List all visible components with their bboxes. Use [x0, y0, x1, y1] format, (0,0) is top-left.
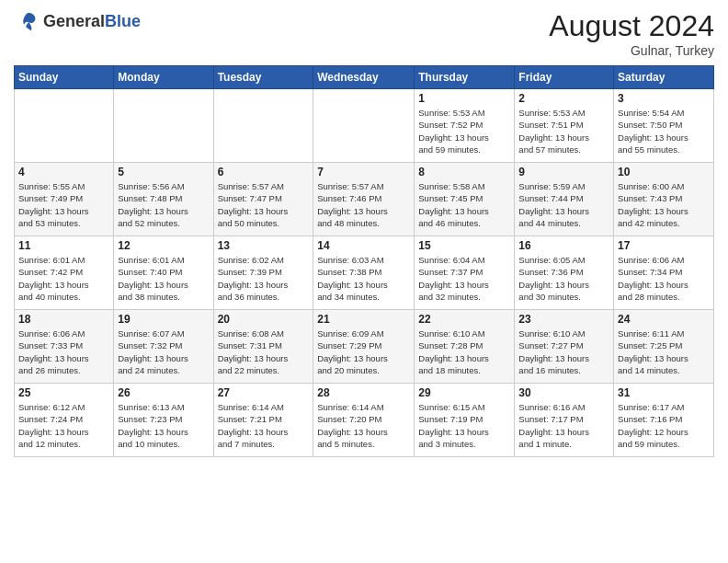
calendar-cell: 4Sunrise: 5:55 AMSunset: 7:49 PMDaylight…: [15, 163, 114, 236]
day-info: Sunrise: 6:04 AMSunset: 7:37 PMDaylight:…: [418, 254, 510, 303]
day-info: Sunrise: 6:10 AMSunset: 7:28 PMDaylight:…: [418, 327, 510, 376]
calendar-cell: 18Sunrise: 6:06 AMSunset: 7:33 PMDayligh…: [15, 310, 114, 384]
calendar-cell: 8Sunrise: 5:58 AMSunset: 7:45 PMDaylight…: [415, 163, 515, 236]
calendar-cell: 29Sunrise: 6:15 AMSunset: 7:19 PMDayligh…: [415, 384, 515, 457]
calendar-cell: [213, 89, 313, 163]
day-info: Sunrise: 6:10 AMSunset: 7:27 PMDaylight:…: [518, 327, 609, 376]
day-info: Sunrise: 5:58 AMSunset: 7:45 PMDaylight:…: [418, 180, 510, 229]
day-info: Sunrise: 6:01 AMSunset: 7:42 PMDaylight:…: [18, 254, 109, 303]
day-info: Sunrise: 5:53 AMSunset: 7:52 PMDaylight:…: [418, 107, 510, 155]
day-number: 31: [618, 386, 710, 399]
weekday-header-saturday: Saturday: [614, 66, 714, 89]
day-info: Sunrise: 6:06 AMSunset: 7:33 PMDaylight:…: [18, 327, 109, 376]
calendar-week-3: 11Sunrise: 6:01 AMSunset: 7:42 PMDayligh…: [15, 236, 714, 310]
day-info: Sunrise: 5:57 AMSunset: 7:46 PMDaylight:…: [317, 180, 410, 229]
weekday-header-friday: Friday: [515, 66, 614, 89]
logo: GeneralBlue: [14, 9, 141, 35]
calendar-cell: 22Sunrise: 6:10 AMSunset: 7:28 PMDayligh…: [415, 310, 515, 384]
calendar-cell: 15Sunrise: 6:04 AMSunset: 7:37 PMDayligh…: [415, 236, 515, 310]
calendar-cell: 10Sunrise: 6:00 AMSunset: 7:43 PMDayligh…: [614, 163, 714, 236]
day-number: 3: [618, 92, 710, 105]
day-number: 1: [418, 92, 510, 105]
day-number: 4: [18, 166, 109, 178]
day-number: 25: [18, 386, 109, 399]
day-info: Sunrise: 6:05 AMSunset: 7:36 PMDaylight:…: [518, 254, 609, 303]
calendar-cell: 30Sunrise: 6:16 AMSunset: 7:17 PMDayligh…: [515, 384, 614, 457]
weekday-header-tuesday: Tuesday: [213, 66, 313, 89]
day-info: Sunrise: 6:17 AMSunset: 7:16 PMDaylight:…: [618, 401, 710, 450]
calendar-cell: 3Sunrise: 5:54 AMSunset: 7:50 PMDaylight…: [614, 89, 714, 163]
day-number: 14: [317, 239, 410, 252]
day-number: 27: [218, 386, 310, 399]
day-info: Sunrise: 6:15 AMSunset: 7:19 PMDaylight:…: [418, 401, 510, 450]
day-number: 9: [518, 166, 609, 178]
day-number: 12: [118, 239, 209, 252]
day-number: 15: [418, 239, 510, 252]
title-section: August 2024 Gulnar, Turkey: [549, 9, 714, 58]
day-info: Sunrise: 5:54 AMSunset: 7:50 PMDaylight:…: [618, 107, 710, 155]
day-info: Sunrise: 6:09 AMSunset: 7:29 PMDaylight:…: [317, 327, 410, 376]
calendar-cell: 11Sunrise: 6:01 AMSunset: 7:42 PMDayligh…: [15, 236, 114, 310]
day-number: 18: [18, 313, 109, 326]
day-number: 10: [618, 166, 710, 178]
day-info: Sunrise: 6:00 AMSunset: 7:43 PMDaylight:…: [618, 180, 710, 229]
day-info: Sunrise: 6:02 AMSunset: 7:39 PMDaylight:…: [218, 254, 310, 303]
calendar-cell: 25Sunrise: 6:12 AMSunset: 7:24 PMDayligh…: [15, 384, 114, 457]
location-subtitle: Gulnar, Turkey: [549, 43, 714, 58]
day-number: 20: [218, 313, 310, 326]
page-header: GeneralBlue August 2024 Gulnar, Turkey: [14, 9, 714, 58]
calendar-cell: 17Sunrise: 6:06 AMSunset: 7:34 PMDayligh…: [614, 236, 714, 310]
day-info: Sunrise: 6:06 AMSunset: 7:34 PMDaylight:…: [618, 254, 710, 303]
calendar-cell: 31Sunrise: 6:17 AMSunset: 7:16 PMDayligh…: [614, 384, 714, 457]
day-number: 7: [317, 166, 410, 178]
calendar-cell: 7Sunrise: 5:57 AMSunset: 7:46 PMDaylight…: [313, 163, 415, 236]
day-info: Sunrise: 5:57 AMSunset: 7:47 PMDaylight:…: [218, 180, 310, 229]
calendar-cell: 6Sunrise: 5:57 AMSunset: 7:47 PMDaylight…: [213, 163, 313, 236]
day-info: Sunrise: 6:08 AMSunset: 7:31 PMDaylight:…: [218, 327, 310, 376]
day-info: Sunrise: 6:07 AMSunset: 7:32 PMDaylight:…: [118, 327, 209, 376]
weekday-header-sunday: Sunday: [15, 66, 114, 89]
calendar-cell: 9Sunrise: 5:59 AMSunset: 7:44 PMDaylight…: [515, 163, 614, 236]
day-info: Sunrise: 5:55 AMSunset: 7:49 PMDaylight:…: [18, 180, 109, 229]
logo-text: GeneralBlue: [43, 13, 141, 31]
calendar-cell: 24Sunrise: 6:11 AMSunset: 7:25 PMDayligh…: [614, 310, 714, 384]
weekday-header-monday: Monday: [114, 66, 213, 89]
calendar-cell: 21Sunrise: 6:09 AMSunset: 7:29 PMDayligh…: [313, 310, 415, 384]
day-number: 17: [618, 239, 710, 252]
calendar-cell: 5Sunrise: 5:56 AMSunset: 7:48 PMDaylight…: [114, 163, 213, 236]
month-year-title: August 2024: [549, 9, 714, 43]
calendar-cell: 2Sunrise: 5:53 AMSunset: 7:51 PMDaylight…: [515, 89, 614, 163]
calendar-cell: 23Sunrise: 6:10 AMSunset: 7:27 PMDayligh…: [515, 310, 614, 384]
day-number: 28: [317, 386, 410, 399]
calendar-cell: 14Sunrise: 6:03 AMSunset: 7:38 PMDayligh…: [313, 236, 415, 310]
calendar-week-4: 18Sunrise: 6:06 AMSunset: 7:33 PMDayligh…: [15, 310, 714, 384]
day-number: 24: [618, 313, 710, 326]
weekday-header-wednesday: Wednesday: [313, 66, 415, 89]
day-number: 19: [118, 313, 209, 326]
calendar-week-1: 1Sunrise: 5:53 AMSunset: 7:52 PMDaylight…: [15, 89, 714, 163]
calendar-cell: [15, 89, 114, 163]
calendar-cell: 16Sunrise: 6:05 AMSunset: 7:36 PMDayligh…: [515, 236, 614, 310]
day-info: Sunrise: 5:59 AMSunset: 7:44 PMDaylight:…: [518, 180, 609, 229]
calendar-cell: 1Sunrise: 5:53 AMSunset: 7:52 PMDaylight…: [415, 89, 515, 163]
day-number: 23: [518, 313, 609, 326]
day-number: 16: [518, 239, 609, 252]
calendar-cell: 19Sunrise: 6:07 AMSunset: 7:32 PMDayligh…: [114, 310, 213, 384]
day-number: 6: [218, 166, 310, 178]
logo-bird-icon: [14, 9, 40, 35]
day-number: 22: [418, 313, 510, 326]
day-number: 13: [218, 239, 310, 252]
day-number: 5: [118, 166, 209, 178]
day-info: Sunrise: 6:14 AMSunset: 7:21 PMDaylight:…: [218, 401, 310, 450]
calendar-cell: 28Sunrise: 6:14 AMSunset: 7:20 PMDayligh…: [313, 384, 415, 457]
day-info: Sunrise: 6:11 AMSunset: 7:25 PMDaylight:…: [618, 327, 710, 376]
weekday-header-row: SundayMondayTuesdayWednesdayThursdayFrid…: [15, 66, 714, 89]
day-info: Sunrise: 6:01 AMSunset: 7:40 PMDaylight:…: [118, 254, 209, 303]
day-info: Sunrise: 6:03 AMSunset: 7:38 PMDaylight:…: [317, 254, 410, 303]
weekday-header-thursday: Thursday: [415, 66, 515, 89]
day-number: 26: [118, 386, 209, 399]
day-number: 21: [317, 313, 410, 326]
day-info: Sunrise: 6:12 AMSunset: 7:24 PMDaylight:…: [18, 401, 109, 450]
day-info: Sunrise: 6:16 AMSunset: 7:17 PMDaylight:…: [518, 401, 609, 450]
day-number: 29: [418, 386, 510, 399]
